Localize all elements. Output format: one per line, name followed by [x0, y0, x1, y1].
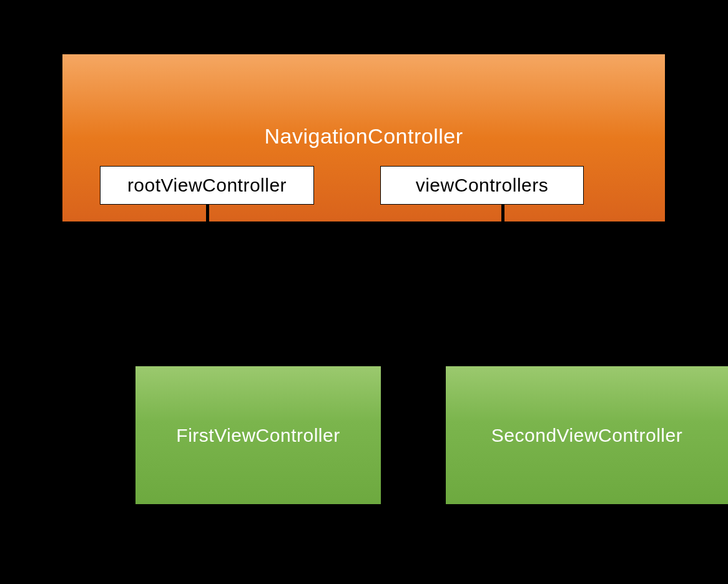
- connector-line: [501, 205, 504, 250]
- connector-line: [208, 246, 504, 250]
- first-view-controller-box: FirstViewController: [135, 366, 381, 504]
- navigation-controller-title: NavigationController: [264, 124, 463, 148]
- view-controllers-property: viewControllers: [380, 166, 584, 205]
- first-view-controller-label: FirstViewController: [176, 425, 340, 446]
- connector-line: [206, 205, 209, 364]
- second-view-controller-label: SecondViewController: [491, 425, 682, 446]
- root-view-controller-label: rootViewController: [127, 175, 287, 196]
- second-view-controller-box: SecondViewController: [446, 366, 728, 504]
- view-controllers-label: viewControllers: [416, 175, 549, 196]
- root-view-controller-property: rootViewController: [100, 166, 314, 205]
- connector-line: [277, 246, 280, 364]
